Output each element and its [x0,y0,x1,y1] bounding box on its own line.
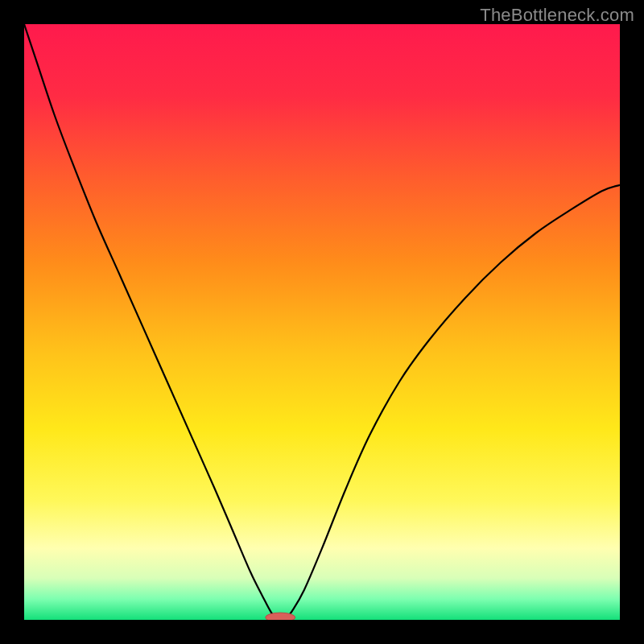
optimal-point-marker [266,613,295,620]
watermark-text: TheBottleneck.com [480,5,634,26]
gradient-background [24,24,620,620]
chart-svg [24,24,620,620]
chart-plot-area [24,24,620,620]
